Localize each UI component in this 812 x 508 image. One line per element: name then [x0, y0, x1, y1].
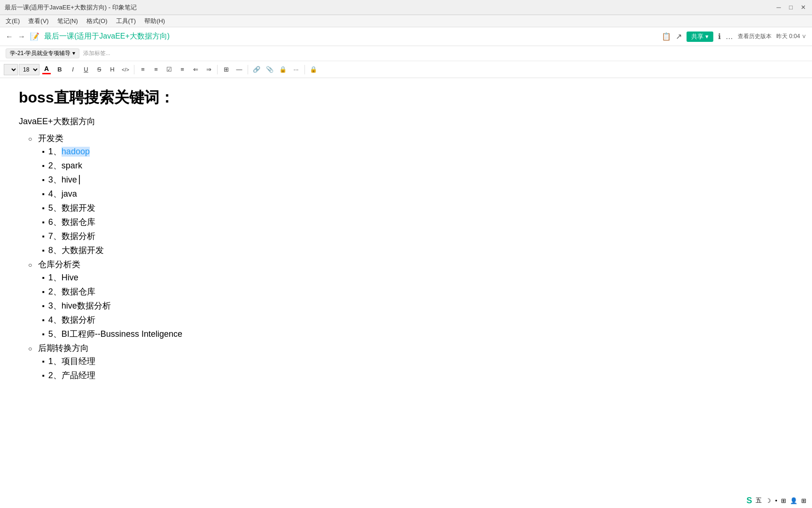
share-button[interactable]: 共享 ▾	[687, 32, 713, 42]
item-text: 数据分析	[62, 314, 95, 325]
item-text: hive	[62, 175, 77, 185]
indent-button[interactable]: ⇒	[203, 64, 215, 75]
tags-bar: 学-21-学员就业专项辅导 ▾ 添加标签...	[0, 46, 812, 61]
maximize-button[interactable]: □	[787, 3, 795, 12]
note-icon: 📝	[30, 32, 39, 41]
list-item: 5、 数据开发	[42, 202, 793, 214]
item-num: 2、	[48, 286, 62, 297]
section-transition-title: 后期转换方向	[38, 343, 89, 353]
menu-format[interactable]: 格式(O)	[83, 16, 111, 26]
toolbar-divider-4	[304, 65, 305, 74]
list-item: 4、 java	[42, 188, 793, 199]
outdent-button[interactable]: ⇐	[189, 64, 202, 75]
status-icon-dot: •	[775, 497, 777, 504]
back-button[interactable]: ←	[6, 32, 13, 41]
list-item: 2、 数据仓库	[42, 286, 793, 297]
toolbar-divider-1	[134, 65, 134, 74]
toolbar-divider-3	[248, 65, 248, 74]
item-num: 8、	[48, 245, 62, 256]
window-title: 最后一课(适用于JavaEE+大数据方向) - 印象笔记	[5, 3, 137, 12]
list-item: 2、 spark	[42, 160, 793, 171]
item-num: 4、	[48, 188, 62, 199]
bold-button[interactable]: B	[54, 64, 66, 75]
menu-file[interactable]: 文(E)	[2, 16, 23, 26]
font-size-select[interactable]: 18	[19, 64, 39, 75]
menu-view[interactable]: 查看(V)	[24, 16, 52, 26]
more-icon[interactable]: …	[726, 32, 733, 41]
list-item: 3、 hive数据分析	[42, 300, 793, 311]
lock-note-button[interactable]: 🔒	[307, 64, 320, 75]
italic-button[interactable]: I	[67, 64, 79, 75]
minimize-button[interactable]: ─	[774, 3, 783, 12]
transition-items: 1、 项目经理 2、 产品经理	[42, 356, 793, 381]
item-text: 数据分析	[62, 230, 95, 242]
align-button[interactable]: ≡	[176, 64, 188, 75]
window-controls: ─ □ ✕	[774, 3, 807, 12]
note-title[interactable]: 最后一课(适用于JavaEE+大数据方向)	[44, 32, 170, 41]
status-icon-s: S	[746, 496, 752, 506]
numbered-list-button[interactable]: ≡	[150, 64, 162, 75]
timestamp: 昨天 0:04 ∨	[776, 32, 806, 40]
table-button[interactable]: ⊞	[220, 64, 232, 75]
checkbox-button[interactable]: ☑	[163, 64, 175, 75]
attach-button[interactable]: 📎	[264, 64, 276, 75]
item-num: 2、	[48, 370, 62, 381]
text-cursor	[79, 175, 80, 184]
item-num: 1、	[48, 272, 62, 283]
content-area[interactable]: boss直聘搜索关键词： JavaEE+大数据方向 开发类 1、 hadoop …	[0, 78, 812, 508]
tag-label: 学-21-学员就业专项辅导 ▾	[10, 49, 75, 57]
item-text: 产品经理	[62, 370, 95, 381]
strikethrough-button[interactable]: S	[93, 64, 105, 75]
menu-note[interactable]: 笔记(N)	[54, 16, 82, 26]
font-family-select[interactable]	[4, 64, 18, 75]
menu-bar: 文(E) 查看(V) 笔记(N) 格式(O) 工具(T) 帮助(H)	[0, 15, 812, 27]
forward-button[interactable]: →	[18, 32, 25, 41]
status-icon-grid2: ⊞	[801, 497, 806, 504]
tag-item[interactable]: 学-21-学员就业专项辅导 ▾	[6, 48, 79, 58]
close-button[interactable]: ✕	[799, 3, 807, 12]
item-num: 2、	[48, 160, 62, 171]
item-text: hive数据分析	[62, 300, 111, 311]
list-item: 5、 BI工程师--Bussiness Inteligence	[42, 328, 793, 340]
status-bar: S 五 ☽ • ⊞ 👤 ⊞	[741, 493, 812, 508]
highlight-button[interactable]: H	[106, 64, 118, 75]
status-icon-grid: ⊞	[781, 497, 786, 504]
section-warehouse: 仓库分析类 1、 Hive 2、 数据仓库 3、 hive数据分析 4、 数据分…	[28, 259, 793, 340]
item-text: 数据仓库	[62, 286, 95, 297]
note-actions: 📋 ↗ 共享 ▾ ℹ … 查看历史版本 昨天 0:04 ∨	[662, 32, 806, 42]
item-text: 项目经理	[62, 356, 95, 367]
status-icon-moon: ☽	[765, 497, 771, 504]
list-item: 1、 Hive	[42, 272, 793, 283]
info-icon[interactable]: ℹ	[718, 32, 721, 41]
code-button[interactable]: </>	[119, 64, 132, 75]
font-color-button[interactable]: A	[40, 64, 53, 75]
list-item: 4、 数据分析	[42, 314, 793, 325]
toolbar: 18 A B I U S H </> ≡ ≡ ☑ ≡ ⇐ ⇒ ⊞ — 🔗 📎 🔒…	[0, 61, 812, 78]
list-item: 3、 hive	[42, 174, 793, 185]
history-link[interactable]: 查看历史版本	[738, 32, 772, 40]
warehouse-items: 1、 Hive 2、 数据仓库 3、 hive数据分析 4、 数据分析 5、	[42, 272, 793, 340]
item-num: 5、	[48, 202, 62, 214]
item-text: spark	[62, 161, 82, 171]
link-button[interactable]: 🔗	[250, 64, 263, 75]
underline-button[interactable]: U	[80, 64, 92, 75]
more-tools-button[interactable]: ···	[290, 64, 302, 75]
menu-help[interactable]: 帮助(H)	[141, 16, 169, 26]
list-item: 6、 数据仓库	[42, 216, 793, 228]
section-warehouse-title: 仓库分析类	[38, 260, 80, 269]
bullet-list-button[interactable]: ≡	[137, 64, 149, 75]
section-dev-title: 开发类	[38, 134, 63, 143]
encrypt-button[interactable]: 🔒	[277, 64, 289, 75]
hr-button[interactable]: —	[233, 64, 245, 75]
item-num: 4、	[48, 314, 62, 325]
menu-tools[interactable]: 工具(T)	[112, 16, 140, 26]
item-text: hadoop	[62, 147, 90, 157]
share-icon[interactable]: ↗	[676, 32, 682, 41]
main-title: boss直聘搜索关键词：	[19, 87, 793, 108]
item-text: 数据开发	[62, 202, 95, 214]
add-tag-button[interactable]: 添加标签...	[83, 49, 110, 57]
dev-items: 1、 hadoop 2、 spark 3、 hive 4、 java 5、	[42, 146, 793, 256]
list-item: 7、 数据分析	[42, 230, 793, 242]
font-color-a: A	[44, 65, 49, 72]
list-item: 1、 项目经理	[42, 356, 793, 367]
